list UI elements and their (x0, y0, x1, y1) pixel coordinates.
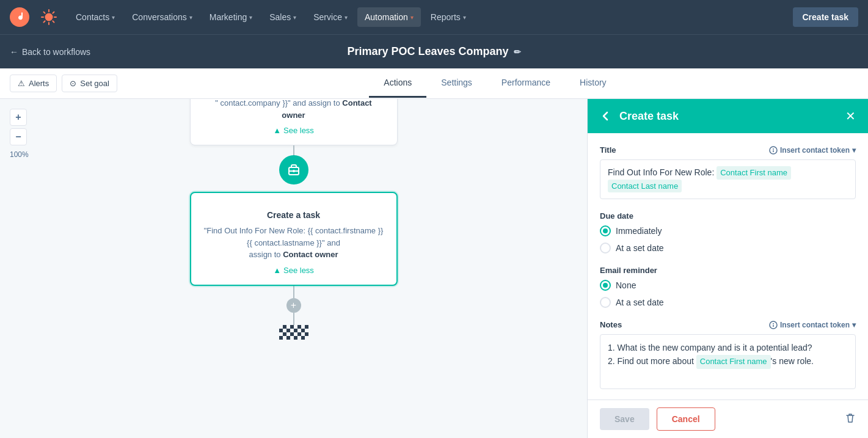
alert-icon: ⚠ (18, 79, 25, 88)
tabs-container: Actions Settings Performance History (132, 69, 858, 98)
nav-contacts-chevron: ▾ (112, 14, 115, 21)
panel-footer: Save Cancel (588, 400, 868, 438)
nav-reports[interactable]: Reports ▾ (423, 7, 473, 27)
insert-token-button-notes[interactable]: Insert contact token ▾ (769, 321, 856, 329)
nav-automation[interactable]: Automation ▾ (357, 7, 421, 27)
notes-field-row: Notes Insert contact token ▾ 1. What is … (600, 320, 856, 389)
zoom-out-button[interactable]: − (10, 128, 27, 145)
right-panel: Create task ✕ Title Insert contact (587, 99, 868, 438)
workflow-node-1: " contact.company }}" and assign to Cont… (190, 99, 398, 145)
task-icon-circle (279, 155, 308, 184)
zoom-controls: + − 100% (10, 109, 29, 159)
panel-body: Title Insert contact token ▾ Find Out In… (588, 133, 868, 400)
radio-set-date-circle (600, 243, 611, 254)
alerts-button[interactable]: ⚠ Alerts (10, 75, 57, 92)
email-reminder-set-date[interactable]: At a set date (600, 297, 856, 308)
due-date-label: Due date (600, 211, 856, 221)
set-goal-button[interactable]: ⊙ Set goal (62, 75, 117, 92)
nav-service-chevron: ▾ (345, 14, 348, 21)
delete-button[interactable] (845, 412, 856, 426)
back-to-workflows-button[interactable]: ← Back to workflows (10, 47, 90, 57)
due-date-set-date[interactable]: At a set date (600, 243, 856, 254)
panel-close-button[interactable]: ✕ (845, 109, 856, 123)
workflow-node-2[interactable]: Create a task "Find Out Info For New Rol… (190, 192, 398, 286)
nav-service[interactable]: Service ▾ (306, 7, 355, 27)
title-field-row: Title Insert contact token ▾ Find Out In… (600, 145, 856, 199)
due-date-field-row: Due date Immediately At a set date (600, 211, 856, 254)
zoom-in-button[interactable]: + (10, 109, 27, 126)
token-contact-first-name: Contact First name (717, 166, 791, 180)
radio-immediately-circle (600, 225, 611, 236)
tab-actions[interactable]: Actions (369, 69, 426, 98)
hubspot-logo (10, 7, 29, 27)
nav-marketing-chevron: ▾ (249, 14, 252, 21)
workflow-header: ← Back to workflows Primary POC Leaves C… (0, 34, 868, 68)
tabs-bar: ⚠ Alerts ⊙ Set goal Actions Settings Per… (0, 68, 868, 99)
title-input[interactable]: Find Out Info For New Role: Contact Firs… (600, 159, 856, 199)
panel-header: Create task ✕ (588, 99, 868, 133)
panel-title: Create task (619, 110, 838, 123)
insert-token-button-title[interactable]: Insert contact token ▾ (769, 146, 856, 155)
goal-icon: ⊙ (70, 79, 76, 88)
connector-line-3 (293, 286, 294, 298)
zoom-level-label: 100% (10, 150, 29, 159)
due-date-radio-group: Immediately At a set date (600, 225, 856, 254)
nav-reports-chevron: ▾ (463, 14, 466, 21)
title-field-label: Title Insert contact token ▾ (600, 145, 856, 155)
connector-line-4 (293, 313, 294, 325)
node2-see-less-button[interactable]: ▲ See less (203, 266, 384, 275)
create-task-button[interactable]: Create task (793, 7, 859, 27)
nav-automation-chevron: ▾ (410, 14, 414, 21)
workflow-canvas: + − 100% " contact.company }}" and assig… (0, 99, 587, 438)
back-arrow-icon: ← (10, 47, 18, 57)
nav-marketing[interactable]: Marketing ▾ (202, 7, 260, 27)
email-reminder-radio-group: None At a set date (600, 280, 856, 308)
due-date-immediately[interactable]: Immediately (600, 225, 856, 236)
edit-title-icon[interactable]: ✏ (514, 47, 521, 57)
svg-point-6 (293, 170, 295, 172)
radio-none-circle (600, 280, 611, 291)
token-notes-first-name: Contact First name (696, 355, 771, 369)
svg-point-8 (773, 148, 774, 150)
nav-conversations[interactable]: Conversations ▾ (125, 7, 200, 27)
main-area: + − 100% " contact.company }}" and assig… (0, 99, 868, 438)
node1-body: " contact.company }}" and assign to Cont… (203, 99, 385, 121)
email-reminder-label: Email reminder (600, 266, 856, 275)
radio-reminder-set-date-circle (600, 297, 611, 308)
token-contact-last-name: Contact Last name (608, 180, 682, 193)
nav-conversations-chevron: ▾ (189, 14, 192, 21)
tab-settings[interactable]: Settings (426, 69, 487, 98)
tab-performance[interactable]: Performance (487, 69, 565, 98)
panel-back-button[interactable] (600, 110, 612, 122)
top-nav: Contacts ▾ Conversations ▾ Marketing ▾ S… (0, 0, 868, 34)
nav-sales[interactable]: Sales ▾ (262, 7, 304, 27)
node1-see-less-button[interactable]: ▲ See less (203, 126, 385, 135)
notes-textarea[interactable]: 1. What is the new company and is it a p… (600, 334, 856, 389)
cancel-button[interactable]: Cancel (657, 407, 715, 431)
svg-point-11 (773, 323, 774, 324)
hubspot-sprocket (39, 7, 59, 27)
tab-history[interactable]: History (565, 69, 621, 98)
workflow-end-marker (279, 325, 308, 340)
node2-title: Create a task (203, 210, 384, 220)
add-node-button-2[interactable]: + (286, 298, 301, 313)
email-reminder-none[interactable]: None (600, 280, 856, 291)
email-reminder-field-row: Email reminder None At a set date (600, 266, 856, 308)
node2-body: "Find Out Info For New Role: {{ contact.… (203, 225, 384, 261)
nav-contacts[interactable]: Contacts ▾ (68, 7, 122, 27)
nav-sales-chevron: ▾ (293, 14, 296, 21)
notes-field-label: Notes Insert contact token ▾ (600, 320, 856, 329)
save-button[interactable]: Save (600, 408, 649, 430)
workflow-title: Primary POC Leaves Company ✏ (347, 45, 520, 58)
